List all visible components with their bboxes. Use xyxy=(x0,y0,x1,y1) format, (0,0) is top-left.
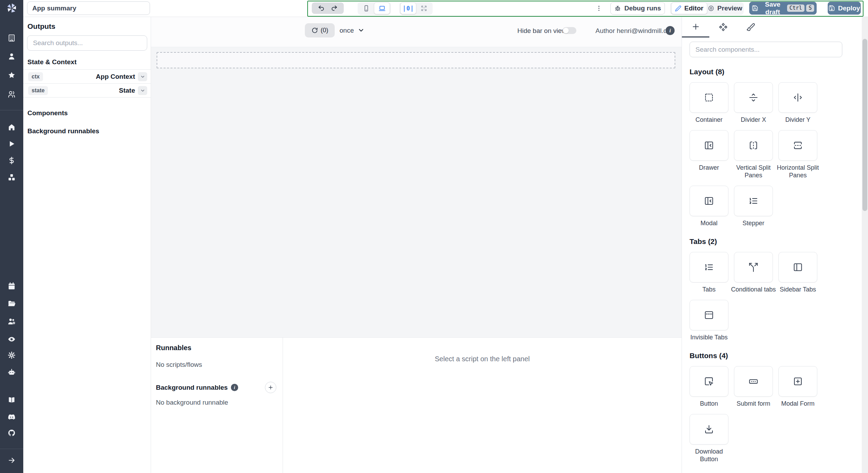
save-draft-button[interactable]: Save draft CtrlS xyxy=(749,2,817,15)
chevron-down-icon[interactable] xyxy=(138,72,147,81)
component-card-container[interactable] xyxy=(690,82,728,113)
bottom-panel: Runnables No scripts/flows Background ru… xyxy=(151,337,682,473)
output-key-badge: ctx xyxy=(28,72,43,81)
search-components-input[interactable] xyxy=(690,42,842,57)
component-card-modal-form[interactable] xyxy=(778,366,817,397)
component-cell: Modal Form xyxy=(778,366,817,408)
interval-chevron-down-icon[interactable] xyxy=(357,26,365,34)
component-card-sidebar-tabs[interactable] xyxy=(778,252,817,282)
sidebar-item-building[interactable] xyxy=(0,34,23,42)
sidebar-item-boxes[interactable] xyxy=(0,174,23,181)
list-ordered-icon xyxy=(704,262,714,272)
components-panel-tabs xyxy=(682,17,868,37)
bot-icon xyxy=(8,368,16,376)
component-section-title: Layout (8) xyxy=(690,68,868,76)
component-section-title: Tabs (2) xyxy=(690,237,868,246)
sidebar-item-eye[interactable] xyxy=(0,335,23,343)
sidebar-item-arrow-right[interactable] xyxy=(0,456,23,464)
info-icon: i xyxy=(666,26,675,35)
component-icon xyxy=(719,23,728,32)
panel-top-dashed-icon xyxy=(704,310,714,320)
sidebar-item-bot[interactable] xyxy=(0,368,23,376)
component-cell: Modal xyxy=(690,186,728,227)
sidebar-item-user[interactable] xyxy=(0,52,23,60)
component-card-drawer[interactable] xyxy=(690,130,728,161)
component-card-horizontal-split-panes[interactable] xyxy=(778,130,817,161)
sidebar-item-folder[interactable] xyxy=(0,299,23,307)
sidebar-item-calendar[interactable] xyxy=(0,282,23,290)
interval-select[interactable]: once xyxy=(340,27,354,34)
outputs-panel: Outputs State & Context ctx App Context … xyxy=(23,17,151,473)
sidebar-item-discord[interactable] xyxy=(0,413,23,421)
sidebar-item-dollar[interactable] xyxy=(0,157,23,164)
sidebar-item-home[interactable] xyxy=(0,123,23,131)
home-icon xyxy=(8,123,16,131)
sidebar-item-github[interactable] xyxy=(0,429,23,437)
left-icon-rail xyxy=(0,0,23,473)
component-card-invisible-tabs[interactable] xyxy=(690,300,728,330)
output-key-badge: state xyxy=(28,86,48,95)
hide-bar-toggle[interactable] xyxy=(562,27,576,34)
debug-runs-button[interactable]: Debug runs xyxy=(610,2,665,15)
canvas-drop-placeholder[interactable] xyxy=(157,52,675,68)
refresh-icon xyxy=(311,27,318,34)
component-card-download-button[interactable] xyxy=(690,414,728,445)
search-outputs-input[interactable] xyxy=(27,35,147,51)
divider-x-icon xyxy=(748,92,759,103)
save-icon xyxy=(752,5,758,11)
add-background-runnable-button[interactable] xyxy=(265,382,276,393)
refresh-button[interactable]: (0) xyxy=(305,23,335,37)
tab-preview[interactable]: Preview xyxy=(707,3,743,14)
hsplit-icon xyxy=(793,140,803,151)
component-cell: Invisible Tabs xyxy=(690,300,728,341)
component-cell: Container xyxy=(690,82,728,124)
sidebar-item-book[interactable] xyxy=(0,396,23,404)
deploy-button[interactable]: Deploy xyxy=(828,2,861,15)
mobile-view-icon[interactable] xyxy=(359,3,374,14)
component-card-submit-form[interactable] xyxy=(734,366,773,397)
canvas-toolbar: (0) once Hide bar on view Author henri@w… xyxy=(151,17,682,47)
component-cell: Horizontal Split Panes xyxy=(778,130,817,179)
tab-insert-component[interactable] xyxy=(682,17,709,37)
component-card-modal[interactable] xyxy=(690,186,728,216)
component-card-divider-y[interactable] xyxy=(778,82,817,113)
preview-label: Preview xyxy=(717,5,742,12)
output-row-ctx[interactable]: ctx App Context xyxy=(23,69,151,83)
component-card-label: Download Button xyxy=(686,448,732,463)
component-card-stepper[interactable] xyxy=(734,186,773,216)
container-icon xyxy=(704,92,714,103)
boxes-icon xyxy=(8,174,16,181)
component-card-label: Conditional tabs xyxy=(730,286,777,294)
plus-icon xyxy=(691,22,700,31)
more-menu-icon[interactable] xyxy=(593,3,604,14)
component-card-vertical-split-panes[interactable] xyxy=(734,130,773,161)
component-card-conditional-tabs[interactable] xyxy=(734,252,773,282)
app-canvas[interactable]: (0) once Hide bar on view Author henri@w… xyxy=(151,17,682,337)
scrollbar-thumb[interactable] xyxy=(862,39,867,211)
runnables-title: Runnables xyxy=(156,344,276,352)
output-row-state[interactable]: state State xyxy=(23,83,151,97)
sidebar-item-play[interactable] xyxy=(0,140,23,148)
sidebar-item-users[interactable] xyxy=(0,90,23,98)
component-card-divider-x[interactable] xyxy=(734,82,773,113)
download-icon xyxy=(704,424,714,434)
component-card-button[interactable] xyxy=(690,366,728,397)
tab-editor[interactable]: Editor xyxy=(671,2,707,14)
state-context-label: State & Context xyxy=(27,58,151,66)
component-card-label: Horizontal Split Panes xyxy=(775,164,821,179)
tab-theme[interactable] xyxy=(737,17,764,37)
sidebar-item-users-cog[interactable] xyxy=(0,318,23,326)
redo-icon[interactable] xyxy=(331,5,338,12)
tab-component-settings[interactable] xyxy=(709,17,737,37)
component-card-tabs[interactable] xyxy=(690,252,728,282)
app-summary-input[interactable] xyxy=(27,1,150,15)
sidebar-item-star[interactable] xyxy=(0,71,23,79)
expand-icon[interactable] xyxy=(416,3,432,14)
sidebar-item-gear[interactable] xyxy=(0,351,23,359)
debug-runs-label: Debug runs xyxy=(624,5,661,12)
undo-icon[interactable] xyxy=(318,5,325,12)
chevron-down-icon[interactable] xyxy=(138,86,147,95)
windmill-logo-icon[interactable] xyxy=(0,0,23,17)
desktop-view-icon[interactable] xyxy=(374,2,390,14)
center-align-icon[interactable]: |0| xyxy=(400,2,416,14)
